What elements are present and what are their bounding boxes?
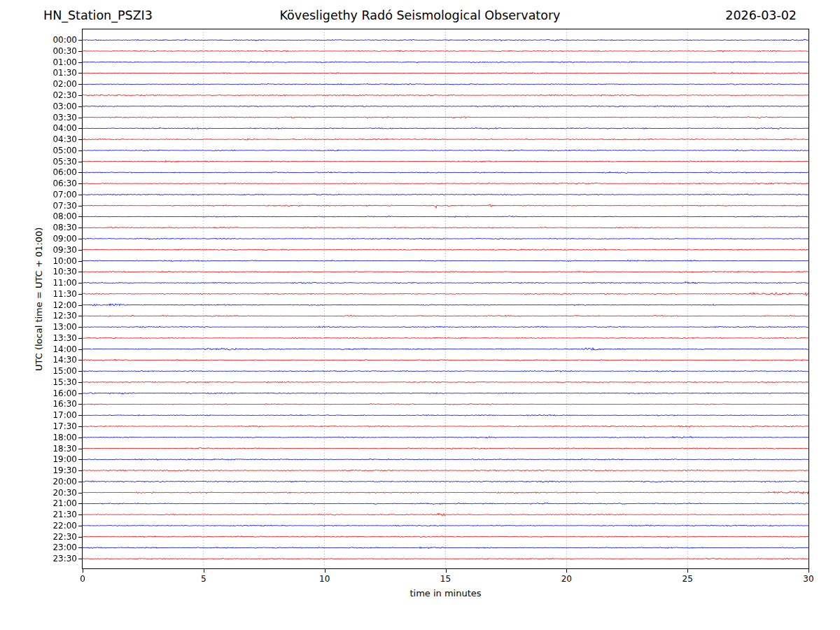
y-tick-mark	[78, 338, 82, 339]
y-tick-label: 02:00	[0, 79, 77, 89]
date-label: 2026-03-02	[725, 8, 797, 22]
y-tick-mark	[78, 415, 82, 416]
y-tick-mark	[78, 316, 82, 316]
seismogram-traces-canvas	[83, 29, 808, 568]
y-tick-label: 09:00	[0, 234, 77, 244]
y-tick-label: 23:30	[0, 554, 77, 564]
helicorder-figure: HN_Station_PSZI3 Kövesligethy Radó Seism…	[0, 0, 840, 630]
y-tick-mark	[78, 227, 82, 228]
y-tick-label: 04:30	[0, 134, 77, 144]
y-tick-label: 18:00	[0, 433, 77, 442]
y-tick-label: 21:30	[0, 510, 77, 519]
y-tick-label: 05:00	[0, 146, 77, 155]
y-tick-label: 08:00	[0, 211, 77, 221]
x-tick-label: 30	[803, 574, 813, 584]
y-tick-mark	[78, 305, 82, 306]
y-tick-mark	[78, 40, 82, 41]
y-tick-label: 01:00	[0, 57, 77, 67]
x-tick-label: 0	[80, 574, 85, 584]
y-tick-label: 07:00	[0, 190, 77, 200]
y-tick-label: 21:00	[0, 498, 77, 508]
y-tick-label: 00:00	[0, 35, 77, 45]
y-tick-mark	[78, 426, 82, 427]
y-tick-label: 08:30	[0, 223, 77, 232]
y-tick-mark	[78, 106, 82, 107]
y-tick-mark	[78, 73, 82, 74]
plot-area	[82, 29, 809, 569]
y-tick-label: 04:00	[0, 123, 77, 133]
y-tick-mark	[78, 382, 82, 383]
y-tick-label: 15:00	[0, 366, 77, 376]
y-tick-label: 13:00	[0, 322, 77, 332]
y-tick-label: 12:30	[0, 311, 77, 321]
x-tick-mark	[687, 569, 688, 573]
y-tick-mark	[78, 239, 82, 239]
y-tick-mark	[78, 139, 82, 140]
y-tick-label: 07:30	[0, 201, 77, 211]
x-tick-mark	[446, 569, 447, 573]
y-tick-label: 18:30	[0, 444, 77, 454]
y-tick-label: 10:00	[0, 256, 77, 266]
y-tick-mark	[78, 62, 82, 63]
y-tick-label: 11:30	[0, 289, 77, 299]
y-tick-label: 20:30	[0, 488, 77, 498]
y-tick-mark	[78, 360, 82, 360]
y-tick-label: 05:30	[0, 157, 77, 167]
y-tick-mark	[78, 294, 82, 295]
y-tick-mark	[78, 327, 82, 328]
y-tick-mark	[78, 459, 82, 460]
y-tick-label: 23:00	[0, 542, 77, 552]
y-tick-label: 03:30	[0, 113, 77, 122]
y-tick-label: 13:30	[0, 333, 77, 343]
y-tick-mark	[78, 283, 82, 284]
x-tick-label: 20	[561, 574, 572, 584]
y-tick-label: 16:30	[0, 399, 77, 409]
y-tick-label: 22:00	[0, 521, 77, 531]
y-tick-mark	[78, 84, 82, 85]
x-tick-label: 25	[682, 574, 693, 584]
y-tick-label: 02:30	[0, 90, 77, 100]
y-tick-mark	[78, 503, 82, 504]
y-tick-mark	[78, 172, 82, 173]
y-tick-mark	[78, 150, 82, 151]
y-tick-label: 11:00	[0, 278, 77, 288]
x-tick-mark	[808, 569, 809, 573]
x-tick-label: 5	[201, 574, 206, 584]
y-tick-label: 14:30	[0, 355, 77, 365]
y-tick-mark	[78, 349, 82, 350]
y-tick-label: 17:00	[0, 410, 77, 420]
x-tick-label: 10	[319, 574, 330, 584]
y-tick-label: 19:00	[0, 454, 77, 464]
y-tick-label: 19:30	[0, 465, 77, 475]
y-tick-label: 17:30	[0, 421, 77, 431]
y-tick-mark	[78, 514, 82, 515]
y-tick-label: 22:30	[0, 532, 77, 542]
y-tick-mark	[78, 195, 82, 195]
y-tick-mark	[78, 559, 82, 559]
y-tick-mark	[78, 393, 82, 394]
y-tick-mark	[78, 493, 82, 493]
x-tick-mark	[83, 569, 83, 573]
y-tick-mark	[78, 128, 82, 129]
y-tick-mark	[78, 371, 82, 372]
y-tick-mark	[78, 470, 82, 471]
y-tick-mark	[78, 216, 82, 217]
x-tick-mark	[325, 569, 326, 573]
y-tick-mark	[78, 449, 82, 449]
y-tick-label: 01:30	[0, 68, 77, 78]
y-tick-label: 16:00	[0, 388, 77, 398]
x-tick-mark	[204, 569, 204, 573]
y-tick-mark	[78, 526, 82, 526]
y-tick-mark	[78, 95, 82, 96]
y-tick-mark	[78, 537, 82, 538]
y-tick-label: 12:00	[0, 300, 77, 310]
y-tick-label: 20:00	[0, 477, 77, 486]
y-tick-mark	[78, 162, 82, 162]
y-tick-mark	[78, 51, 82, 52]
y-tick-mark	[78, 404, 82, 405]
y-tick-mark	[78, 206, 82, 206]
y-tick-label: 09:30	[0, 245, 77, 255]
y-tick-label: 06:30	[0, 178, 77, 188]
x-axis-label: time in minutes	[83, 588, 808, 598]
y-tick-label: 14:00	[0, 344, 77, 354]
